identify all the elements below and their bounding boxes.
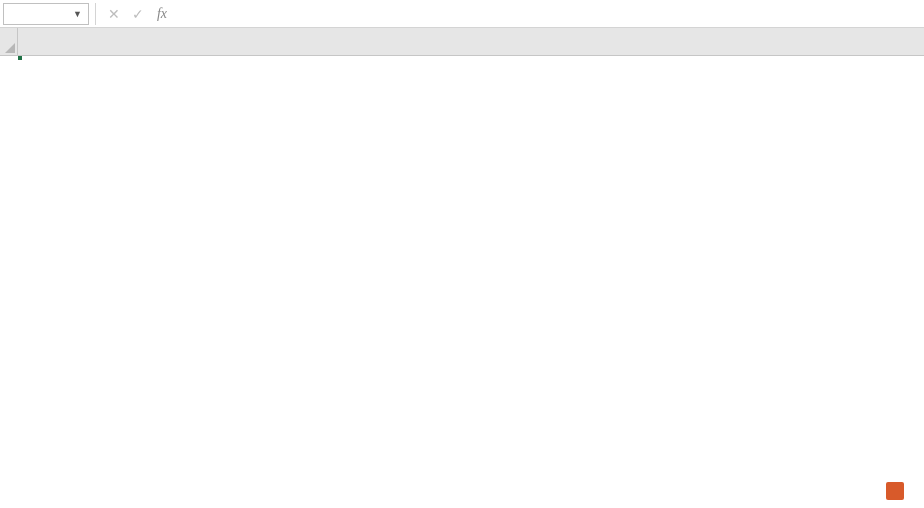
- chevron-down-icon[interactable]: ▼: [73, 9, 82, 19]
- divider: [95, 3, 96, 25]
- cancel-icon: ✕: [102, 3, 126, 25]
- name-box[interactable]: ▼: [3, 3, 89, 25]
- active-cell-cursor: [18, 56, 22, 60]
- formula-input[interactable]: [174, 3, 924, 25]
- watermark: [886, 482, 910, 500]
- column-headers: [18, 28, 924, 56]
- confirm-icon: ✓: [126, 3, 150, 25]
- select-all-corner[interactable]: [0, 28, 18, 56]
- logo-icon: [886, 482, 904, 500]
- fx-icon[interactable]: fx: [150, 3, 174, 25]
- formula-bar: ▼ ✕ ✓ fx: [0, 0, 924, 28]
